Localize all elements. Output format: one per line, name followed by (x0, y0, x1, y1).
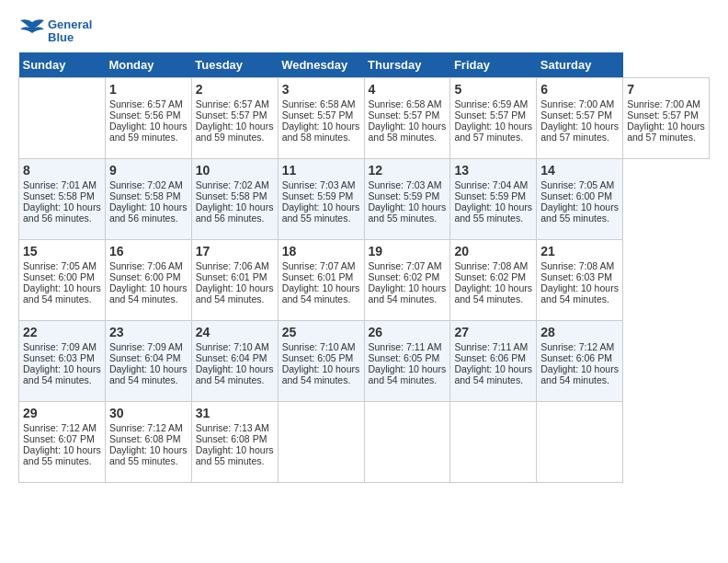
daylight-text: Daylight: 10 hours and 55 minutes. (109, 444, 188, 466)
day-number: 20 (454, 244, 532, 259)
sunset-text: Sunset: 6:00 PM (109, 271, 181, 282)
sunset-text: Sunset: 5:58 PM (196, 190, 267, 201)
week-row-3: 15Sunrise: 7:05 AMSunset: 6:00 PMDayligh… (19, 239, 710, 320)
daylight-text: Daylight: 10 hours and 54 minutes. (454, 363, 532, 385)
sunrise-text: Sunrise: 7:05 AM (540, 179, 614, 190)
daylight-text: Daylight: 10 hours and 55 minutes. (196, 444, 274, 466)
sunset-text: Sunset: 6:08 PM (196, 433, 267, 444)
calendar-cell: 22Sunrise: 7:09 AMSunset: 6:03 PMDayligh… (19, 320, 106, 401)
sunrise-text: Sunrise: 7:02 AM (109, 179, 183, 190)
sunrise-text: Sunrise: 7:12 AM (540, 341, 614, 352)
calendar-cell: 8Sunrise: 7:01 AMSunset: 5:58 PMDaylight… (19, 158, 106, 239)
sunset-text: Sunset: 6:02 PM (369, 271, 440, 282)
sunset-text: Sunset: 5:59 PM (369, 190, 440, 201)
daylight-text: Daylight: 10 hours and 55 minutes. (454, 201, 532, 224)
sunset-text: Sunset: 6:01 PM (282, 271, 354, 282)
sunset-text: Sunset: 6:00 PM (540, 190, 612, 201)
calendar-cell: 13Sunrise: 7:04 AMSunset: 5:59 PMDayligh… (450, 158, 537, 239)
sunrise-text: Sunrise: 7:00 AM (540, 98, 614, 109)
calendar-cell: 25Sunrise: 7:10 AMSunset: 6:05 PMDayligh… (278, 320, 364, 401)
daylight-text: Daylight: 10 hours and 57 minutes. (540, 121, 619, 143)
calendar-cell (364, 401, 450, 482)
calendar-cell: 27Sunrise: 7:11 AMSunset: 6:06 PMDayligh… (450, 320, 537, 401)
calendar-cell (19, 77, 106, 158)
calendar-cell: 1Sunrise: 6:57 AMSunset: 5:56 PMDaylight… (105, 77, 191, 158)
calendar-cell: 6Sunrise: 7:00 AMSunset: 5:57 PMDaylight… (537, 77, 623, 158)
sunset-text: Sunset: 5:57 PM (627, 109, 699, 121)
sunset-text: Sunset: 6:01 PM (196, 271, 267, 282)
daylight-text: Daylight: 10 hours and 59 minutes. (109, 121, 188, 143)
day-number: 5 (454, 82, 532, 97)
sunset-text: Sunset: 5:58 PM (23, 190, 95, 201)
sunrise-text: Sunrise: 7:07 AM (369, 260, 442, 271)
day-number: 3 (282, 82, 360, 97)
week-row-1: 1Sunrise: 6:57 AMSunset: 5:56 PMDaylight… (19, 77, 710, 158)
calendar-cell: 24Sunrise: 7:10 AMSunset: 6:04 PMDayligh… (191, 320, 278, 401)
day-number: 29 (23, 406, 101, 420)
sunset-text: Sunset: 5:57 PM (369, 109, 440, 121)
calendar-cell: 17Sunrise: 7:06 AMSunset: 6:01 PMDayligh… (191, 239, 278, 320)
day-number: 11 (282, 163, 360, 178)
day-number: 17 (196, 244, 274, 259)
day-number: 10 (196, 163, 274, 178)
daylight-text: Daylight: 10 hours and 55 minutes. (282, 201, 360, 224)
sunrise-text: Sunrise: 7:12 AM (109, 422, 183, 433)
sunrise-text: Sunrise: 6:58 AM (282, 98, 356, 109)
daylight-text: Daylight: 10 hours and 54 minutes. (109, 282, 188, 304)
day-number: 13 (454, 163, 532, 178)
calendar-cell: 28Sunrise: 7:12 AMSunset: 6:06 PMDayligh… (537, 320, 623, 401)
day-number: 21 (540, 244, 619, 259)
calendar-table: SundayMondayTuesdayWednesdayThursdayFrid… (18, 52, 710, 483)
day-header-wednesday: Wednesday (278, 52, 364, 78)
calendar-cell: 12Sunrise: 7:03 AMSunset: 5:59 PMDayligh… (364, 158, 450, 239)
sunrise-text: Sunrise: 6:59 AM (454, 98, 528, 109)
day-number: 16 (109, 244, 188, 259)
calendar-cell: 30Sunrise: 7:12 AMSunset: 6:08 PMDayligh… (105, 401, 191, 482)
calendar-cell: 31Sunrise: 7:13 AMSunset: 6:08 PMDayligh… (191, 401, 278, 482)
calendar-cell (537, 401, 623, 482)
daylight-text: Daylight: 10 hours and 58 minutes. (282, 121, 360, 143)
calendar-cell: 3Sunrise: 6:58 AMSunset: 5:57 PMDaylight… (278, 77, 364, 158)
calendar-cell: 26Sunrise: 7:11 AMSunset: 6:05 PMDayligh… (364, 320, 450, 401)
sunset-text: Sunset: 6:05 PM (282, 352, 354, 363)
day-number: 7 (627, 82, 705, 97)
day-number: 22 (23, 325, 101, 339)
calendar-cell: 9Sunrise: 7:02 AMSunset: 5:58 PMDaylight… (105, 158, 191, 239)
calendar-cell: 4Sunrise: 6:58 AMSunset: 5:57 PMDaylight… (364, 77, 450, 158)
calendar-cell (278, 401, 364, 482)
sunset-text: Sunset: 5:59 PM (282, 190, 354, 201)
daylight-text: Daylight: 10 hours and 55 minutes. (369, 201, 447, 224)
calendar-cell: 16Sunrise: 7:06 AMSunset: 6:00 PMDayligh… (105, 239, 191, 320)
sunrise-text: Sunrise: 6:58 AM (369, 98, 442, 109)
sunset-text: Sunset: 5:57 PM (540, 109, 612, 121)
day-number: 14 (540, 163, 619, 178)
calendar-cell (450, 401, 537, 482)
sunset-text: Sunset: 6:02 PM (454, 271, 526, 282)
sunset-text: Sunset: 6:04 PM (109, 352, 181, 363)
sunrise-text: Sunrise: 7:13 AM (196, 422, 269, 433)
daylight-text: Daylight: 10 hours and 57 minutes. (454, 121, 532, 143)
sunset-text: Sunset: 6:03 PM (540, 271, 612, 282)
sunset-text: Sunset: 5:58 PM (109, 190, 181, 201)
calendar-cell: 10Sunrise: 7:02 AMSunset: 5:58 PMDayligh… (191, 158, 278, 239)
sunset-text: Sunset: 5:57 PM (196, 109, 267, 121)
day-number: 31 (196, 406, 274, 420)
daylight-text: Daylight: 10 hours and 56 minutes. (196, 201, 274, 224)
daylight-text: Daylight: 10 hours and 54 minutes. (369, 363, 447, 385)
calendar-cell: 21Sunrise: 7:08 AMSunset: 6:03 PMDayligh… (537, 239, 623, 320)
sunrise-text: Sunrise: 7:06 AM (196, 260, 269, 271)
calendar-cell: 7Sunrise: 7:00 AMSunset: 5:57 PMDaylight… (623, 77, 710, 158)
daylight-text: Daylight: 10 hours and 54 minutes. (196, 282, 274, 304)
day-number: 19 (369, 244, 447, 259)
daylight-text: Daylight: 10 hours and 54 minutes. (109, 363, 188, 385)
day-number: 12 (369, 163, 447, 178)
day-number: 25 (282, 325, 360, 339)
day-number: 18 (282, 244, 360, 259)
calendar-cell: 23Sunrise: 7:09 AMSunset: 6:04 PMDayligh… (105, 320, 191, 401)
daylight-text: Daylight: 10 hours and 57 minutes. (627, 121, 705, 143)
sunset-text: Sunset: 5:56 PM (109, 109, 181, 121)
calendar-cell: 19Sunrise: 7:07 AMSunset: 6:02 PMDayligh… (364, 239, 450, 320)
daylight-text: Daylight: 10 hours and 58 minutes. (369, 121, 447, 143)
week-row-5: 29Sunrise: 7:12 AMSunset: 6:07 PMDayligh… (19, 401, 710, 482)
sunset-text: Sunset: 6:00 PM (23, 271, 95, 282)
